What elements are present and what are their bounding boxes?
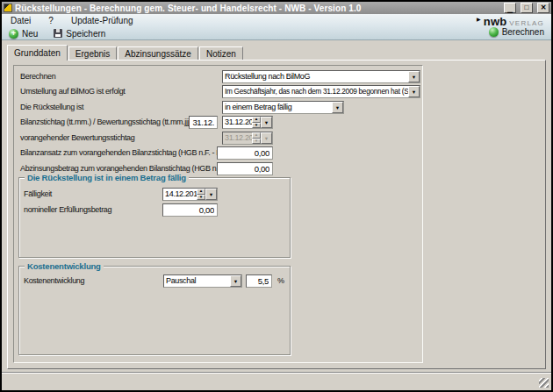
form-panel: Berechnen Rückstellung nach BilMoG ▼ Ums… (13, 65, 423, 363)
vorangehender-date-picker: 31.12.2010 ▲ ▼ ▼ (222, 132, 273, 145)
umstellung-select[interactable]: Im Geschäftsjahr, das nach dem 31.12.200… (222, 85, 420, 98)
brand-arrow-icon: ▶ (477, 16, 481, 22)
kostenentwicklung-percent-input[interactable] (246, 274, 272, 288)
maximize-button[interactable]: □ (521, 3, 533, 13)
kostenentwicklung-select[interactable]: Pauschal ▼ (163, 274, 242, 288)
rueckstellung-ist-label: Die Rückstellung ist (20, 101, 83, 114)
menu-update-pruefung[interactable]: Update-Prüfung (69, 16, 135, 25)
date-spinner: ▲ ▼ (197, 189, 205, 200)
bilanzansatz-label: Bilanzansatz zum vorangehenden Bilanzsti… (20, 146, 242, 160)
chevron-down-icon[interactable]: ▼ (408, 71, 420, 82)
chrome-area: Datei ? Update-Prüfung ▶ nwb VERLAG + Ne… (2, 14, 551, 40)
tab-notizen[interactable]: Notizen (199, 46, 243, 60)
chevron-down-icon[interactable]: ▼ (408, 86, 420, 97)
app-icon (4, 4, 12, 12)
berechnen-label: Berechnen (20, 70, 55, 83)
vorangehender-date-value: 31.12.2010 (223, 132, 252, 144)
faelligkeit-label: Fälligkeit (24, 188, 52, 201)
minimize-icon: ▁ (507, 6, 513, 13)
menu-datei[interactable]: Datei (9, 16, 32, 25)
tab-grunddaten[interactable]: Grunddaten (7, 45, 68, 61)
new-button-label: Neu (22, 29, 38, 39)
menu-bar: Datei ? Update-Prüfung (9, 15, 135, 26)
berechnen-select[interactable]: Rückstellung nach BilMoG ▼ (222, 70, 420, 83)
rueckstellung-ist-select-value: in einem Betrag fällig (223, 102, 332, 113)
calendar-dropdown-icon[interactable]: ▼ (205, 189, 217, 200)
umstellung-label: Umstellung auf BilMoG ist erfolgt (20, 85, 126, 98)
chevron-down-icon[interactable]: ▼ (230, 275, 241, 287)
erfuellungsbetrag-label: nomineller Erfüllungsbetrag (24, 203, 111, 217)
minimize-button[interactable]: ▁ (504, 3, 516, 13)
faelligkeit-date-picker[interactable]: 14.12.2012 ▲ ▼ ▼ (162, 188, 218, 201)
berechnen-ball-icon (489, 27, 499, 37)
tab-page-grunddaten: Berechnen Rückstellung nach BilMoG ▼ Ums… (7, 60, 546, 369)
calendar-dropdown-icon[interactable]: ▼ (261, 117, 272, 128)
group-kostenentwicklung-title: Kostenentwicklung (25, 261, 104, 271)
berechnen-select-value: Rückstellung nach BilMoG (223, 71, 408, 82)
toolbar: + Neu Speichern (9, 27, 105, 39)
bilanzansatz-input[interactable] (217, 146, 273, 160)
save-button-label: Speichern (66, 29, 105, 39)
title-bar: Rückstellungen - Berechnung gem. Steuer-… (2, 2, 551, 14)
vorangehender-label: vorangehender Bewertungsstichtag (20, 132, 134, 145)
percent-sign: % (277, 274, 284, 288)
brand-suffix: VERLAG (509, 19, 544, 27)
group-faellig-title: Die Rückstellung ist in einem Betrag fäl… (25, 173, 189, 182)
chevron-down-icon[interactable]: ▼ (332, 102, 343, 113)
spin-down-icon[interactable]: ▼ (252, 123, 261, 129)
bilanzstichtag-day-month-input[interactable] (189, 116, 218, 129)
app-window: Rückstellungen - Berechnung gem. Steuer-… (0, 0, 553, 392)
umstellung-select-value: Im Geschäftsjahr, das nach dem 31.12.200… (223, 86, 408, 97)
maximize-icon: □ (525, 4, 529, 11)
berechnen-button-label: Berechnen (502, 27, 544, 37)
date-spinner: ▲ ▼ (252, 117, 261, 128)
close-button[interactable]: ✕ (537, 3, 549, 13)
save-button[interactable]: Speichern (54, 29, 105, 39)
abzinsungsbetrag-input[interactable] (217, 162, 273, 175)
bewertungsstichtag-date-value: 31.12.2011 (223, 117, 252, 128)
spin-down-icon: ▼ (252, 139, 261, 145)
kostenentwicklung-select-value: Pauschal (164, 275, 230, 287)
rueckstellung-ist-select[interactable]: in einem Betrag fällig ▼ (222, 101, 344, 114)
berechnen-button[interactable]: Berechnen (489, 27, 544, 37)
close-icon: ✕ (541, 4, 547, 11)
calendar-dropdown-icon: ▼ (261, 132, 272, 144)
bewertungsstichtag-date-picker[interactable]: 31.12.2011 ▲ ▼ ▼ (222, 116, 273, 129)
group-kostenentwicklung: Kostenentwicklung Kostenentwicklung Paus… (18, 266, 291, 355)
window-title: Rückstellungen - Berechnung gem. Steuer-… (15, 4, 499, 13)
spin-down-icon[interactable]: ▼ (197, 195, 205, 201)
bilanzstichtag-label: Bilanzstichtag (tt.mm.) / Bewertungsstic… (20, 116, 193, 129)
tab-strip: Grunddaten Ergebnis Abzinsungssätze Noti… (7, 45, 244, 60)
date-spinner: ▲ ▼ (252, 132, 261, 144)
tab-abzinsungssaetze[interactable]: Abzinsungssätze (118, 46, 198, 60)
nwb-verlag-logo: ▶ nwb VERLAG (477, 15, 544, 28)
group-faellig: Die Rückstellung ist in einem Betrag fäl… (18, 177, 291, 258)
resize-grip[interactable] (539, 378, 549, 388)
brand-name: nwb (484, 15, 507, 28)
tab-ergebnis[interactable]: Ergebnis (68, 46, 117, 60)
erfuellungsbetrag-input[interactable] (162, 203, 218, 217)
menu-help[interactable]: ? (47, 16, 55, 25)
kostenentwicklung-label: Kostenentwicklung (24, 274, 84, 288)
floppy-disk-icon (54, 29, 62, 38)
new-button[interactable]: + Neu (9, 29, 38, 39)
status-bar (2, 372, 551, 390)
new-plus-icon: + (9, 29, 18, 39)
faelligkeit-date-value: 14.12.2012 (163, 189, 197, 200)
